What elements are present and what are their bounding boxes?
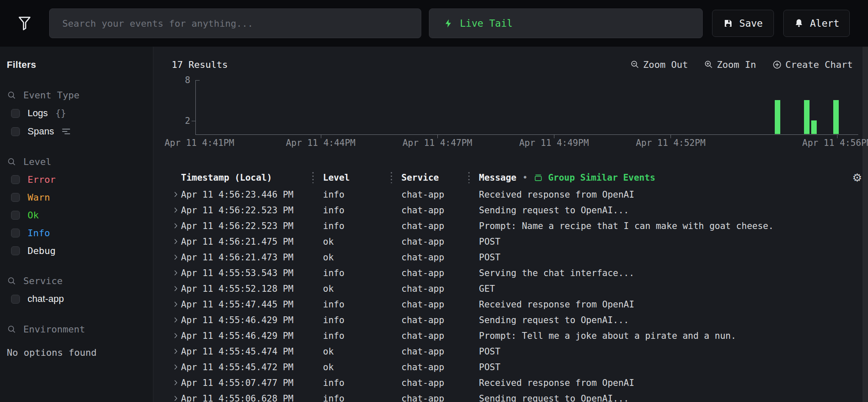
- filter-option-logs[interactable]: Logs{}: [7, 108, 146, 119]
- expand-row-button[interactable]: [170, 347, 181, 355]
- cell-service: chat-app: [391, 378, 468, 388]
- filter-option-debug[interactable]: Debug: [7, 246, 146, 256]
- table-row[interactable]: Apr 11 4:55:52.128 PM ok chat-app GET: [153, 281, 868, 296]
- top-bar: Live Tail Save Alert: [0, 0, 868, 47]
- save-button[interactable]: Save: [712, 10, 774, 37]
- filter-group-label-environment[interactable]: Environment: [7, 324, 146, 335]
- filter-option-label: Ok: [28, 210, 39, 221]
- y-tick-label: 2: [178, 116, 190, 126]
- x-tick-label: Apr 11 4:52PM: [636, 138, 705, 148]
- checkbox-chat-app[interactable]: [11, 295, 20, 304]
- histogram-bar[interactable]: [811, 120, 817, 134]
- cell-service: chat-app: [391, 190, 468, 200]
- column-resize-handle[interactable]: [312, 172, 314, 183]
- table-settings-gear-icon[interactable]: ⚙: [852, 172, 862, 183]
- table-row[interactable]: Apr 11 4:56:23.446 PM info chat-app Rece…: [153, 187, 868, 202]
- filter-group-event-type: Event Type Logs{} Spans: [7, 90, 146, 137]
- braces-icon: {}: [56, 108, 66, 118]
- chevron-right-icon: [172, 363, 180, 371]
- expand-row-button[interactable]: [170, 379, 181, 387]
- filter-group-label-level[interactable]: Level: [7, 156, 146, 167]
- filter-option-warn[interactable]: Warn: [7, 192, 146, 203]
- checkbox-spans[interactable]: [11, 127, 20, 136]
- cell-level: info: [312, 221, 391, 231]
- cell-level: ok: [312, 284, 391, 294]
- column-resize-handle[interactable]: [468, 172, 470, 183]
- table-row[interactable]: Apr 11 4:55:45.474 PM ok chat-app POST: [153, 343, 868, 359]
- filter-option-info[interactable]: Info: [7, 228, 146, 238]
- zoom-out-button[interactable]: Zoom Out: [630, 59, 688, 70]
- expand-row-button[interactable]: [170, 190, 181, 198]
- filter-option-label: Warn: [28, 192, 50, 203]
- histogram-bar[interactable]: [833, 100, 839, 134]
- expand-row-button[interactable]: [170, 206, 181, 214]
- table-row[interactable]: Apr 11 4:55:45.472 PM ok chat-app POST: [153, 359, 868, 375]
- checkbox-logs[interactable]: [11, 109, 20, 118]
- chevron-right-icon: [172, 222, 180, 230]
- column-resize-handle[interactable]: [391, 172, 392, 183]
- filter-option-spans[interactable]: Spans: [7, 126, 146, 137]
- histogram-bar[interactable]: [804, 100, 810, 134]
- expand-row-button[interactable]: [170, 253, 181, 261]
- cell-level: ok: [312, 252, 391, 262]
- table-row[interactable]: Apr 11 4:56:21.473 PM ok chat-app POST: [153, 249, 868, 265]
- col-header-message[interactable]: Message • Group Similar Events: [468, 169, 843, 187]
- alert-label: Alert: [810, 18, 839, 29]
- chevron-right-icon: [172, 347, 180, 355]
- table-row[interactable]: Apr 11 4:55:07.477 PM info chat-app Rece…: [153, 375, 868, 391]
- event-search-box[interactable]: [49, 8, 421, 38]
- filter-group-label-service[interactable]: Service: [7, 276, 146, 286]
- checkbox-error[interactable]: [11, 175, 20, 184]
- funnel-icon[interactable]: [16, 15, 33, 32]
- expand-row-button[interactable]: [170, 237, 181, 246]
- cell-service: chat-app: [391, 284, 468, 294]
- live-tail-button[interactable]: Live Tail: [429, 8, 703, 38]
- y-tick: [192, 121, 195, 121]
- cell-service: chat-app: [391, 252, 468, 262]
- search-input[interactable]: [62, 18, 408, 29]
- events-histogram[interactable]: 28Apr 11 4:41PMApr 11 4:44PMApr 11 4:47P…: [153, 78, 868, 154]
- table-row[interactable]: Apr 11 4:56:22.523 PM info chat-app Send…: [153, 202, 868, 218]
- expand-row-button[interactable]: [170, 394, 181, 402]
- expand-row-button[interactable]: [170, 269, 181, 277]
- table-row[interactable]: Apr 11 4:55:46.429 PM info chat-app Send…: [153, 312, 868, 328]
- expand-row-button[interactable]: [170, 316, 181, 324]
- expand-row-button[interactable]: [170, 285, 181, 293]
- checkbox-ok[interactable]: [11, 211, 20, 220]
- checkbox-warn[interactable]: [11, 193, 20, 202]
- checkbox-debug[interactable]: [11, 246, 20, 255]
- col-header-timestamp[interactable]: Timestamp (Local): [181, 169, 312, 187]
- filter-option-error[interactable]: Error: [7, 174, 146, 185]
- zoom-in-button[interactable]: Zoom In: [704, 59, 756, 70]
- filter-group-label-event-type[interactable]: Event Type: [7, 90, 146, 100]
- cell-level: info: [312, 299, 391, 310]
- create-chart-button[interactable]: Create Chart: [772, 59, 853, 70]
- filter-option-chat-app[interactable]: chat-app: [7, 293, 146, 304]
- histogram-bar[interactable]: [775, 100, 780, 134]
- expand-row-button[interactable]: [170, 300, 181, 308]
- expand-row-button[interactable]: [170, 363, 181, 371]
- search-icon: [7, 90, 17, 100]
- table-row[interactable]: Apr 11 4:56:22.523 PM info chat-app Prom…: [153, 218, 868, 234]
- col-header-level[interactable]: Level: [312, 169, 391, 187]
- cell-timestamp: Apr 11 4:55:45.474 PM: [181, 346, 312, 357]
- table-row[interactable]: Apr 11 4:55:53.543 PM info chat-app Serv…: [153, 265, 868, 281]
- table-row[interactable]: Apr 11 4:55:47.445 PM info chat-app Rece…: [153, 296, 868, 312]
- filters-title: Filters: [7, 59, 146, 70]
- cell-timestamp: Apr 11 4:55:47.445 PM: [181, 299, 312, 310]
- cell-service: chat-app: [391, 205, 468, 215]
- col-header-service[interactable]: Service: [391, 169, 468, 187]
- cell-message: POST: [468, 252, 843, 262]
- table-row[interactable]: Apr 11 4:56:21.475 PM ok chat-app POST: [153, 234, 868, 249]
- x-tick-label: Apr 11 4:47PM: [403, 138, 472, 148]
- group-similar-events-button[interactable]: Group Similar Events: [534, 173, 655, 183]
- chevron-right-icon: [172, 379, 180, 387]
- checkbox-info[interactable]: [11, 229, 20, 237]
- expand-row-button[interactable]: [170, 222, 181, 230]
- magnifier-plus-icon: [704, 60, 713, 69]
- expand-row-button[interactable]: [170, 332, 181, 340]
- table-row[interactable]: Apr 11 4:55:06.628 PM info chat-app Send…: [153, 391, 868, 402]
- filter-option-ok[interactable]: Ok: [7, 210, 146, 221]
- table-row[interactable]: Apr 11 4:55:46.429 PM info chat-app Prom…: [153, 328, 868, 343]
- alert-button[interactable]: Alert: [783, 10, 850, 37]
